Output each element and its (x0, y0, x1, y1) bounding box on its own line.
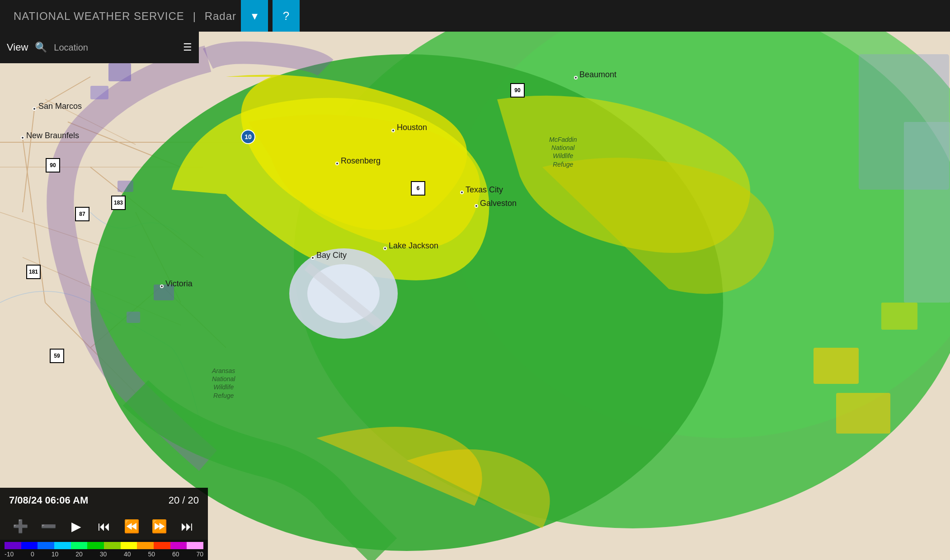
city-label-new-braunfels: New Braunfels (26, 131, 79, 140)
toolbar: View 🔍 Location ☰ (0, 32, 199, 63)
scale-label: 0 (31, 551, 34, 558)
city-dot-rosenberg (335, 162, 339, 165)
city-dot-texas-city (460, 191, 464, 194)
scale-label: 40 (124, 551, 131, 558)
svg-rect-27 (881, 303, 917, 330)
rewind-button[interactable]: ⏪ (120, 515, 143, 537)
svg-rect-22 (118, 181, 133, 192)
header-subtitle: Radar (205, 10, 236, 22)
city-label-victoria: Victoria (165, 279, 193, 289)
time-bar: 7/08/24 06:06 AM 20 / 20 (0, 488, 208, 513)
city-dot-beaumont (574, 76, 578, 79)
reserve-label-mcfaddin: McFaddinNationalWildlifeRefuge (549, 135, 577, 168)
playback-controls: ➕ ➖ ▶ ⏮ ⏪ ⏩ ⏭ (0, 513, 208, 540)
scale-bar (5, 542, 203, 549)
shield-us183: 183 (111, 196, 126, 210)
svg-rect-20 (108, 63, 131, 81)
shield-us181: 181 (26, 265, 41, 279)
shield-us90-left: 90 (46, 158, 60, 173)
city-label-houston: Houston (397, 123, 427, 132)
skip-start-button[interactable]: ⏮ (93, 515, 115, 537)
radar-overlay (0, 32, 950, 560)
city-label-galveston: Galveston (480, 199, 517, 208)
city-dot-lake-jackson (383, 247, 387, 250)
shield-us90-right: 90 (510, 83, 525, 98)
city-label-rosenberg: Rosenberg (341, 156, 381, 166)
view-label: View (7, 42, 28, 53)
svg-rect-29 (904, 122, 950, 303)
skip-end-button[interactable]: ⏭ (176, 515, 198, 537)
shield-us6: 6 (411, 181, 425, 196)
city-dot-new-braunfels (21, 136, 24, 140)
city-label-san-marcos: San Marcos (38, 102, 82, 111)
control-bar: 7/08/24 06:06 AM 20 / 20 ➕ ➖ ▶ ⏮ ⏪ ⏩ ⏭ -… (0, 488, 208, 560)
city-label-beaumont: Beaumont (579, 70, 616, 79)
fast-forward-button[interactable]: ⏩ (148, 515, 171, 537)
zoom-in-button[interactable]: ➕ (9, 515, 32, 537)
frame-counter: 20 / 20 (169, 495, 199, 506)
svg-rect-26 (836, 393, 890, 434)
play-button[interactable]: ▶ (65, 515, 88, 537)
zoom-out-button[interactable]: ➖ (37, 515, 60, 537)
shield-us87: 87 (75, 207, 89, 221)
search-icon[interactable]: 🔍 (35, 42, 47, 53)
shield-i10: 10 (241, 130, 255, 144)
city-dot-bay-city (311, 256, 315, 260)
city-dot-victoria (160, 285, 164, 288)
svg-rect-21 (90, 86, 108, 99)
scale-label: 60 (172, 551, 179, 558)
scale-labels: -10010203040506070 (5, 551, 203, 558)
scale-label: 20 (75, 551, 83, 558)
reserve-label-aransas: AransasNationalWildlifeRefuge (212, 367, 235, 400)
header-sep: | (193, 10, 196, 22)
color-scale: -10010203040506070 (0, 540, 208, 560)
scale-label: 50 (148, 551, 155, 558)
header-nws: NATIONAL WEATHER SERVICE (14, 10, 184, 22)
city-dot-san-marcos (33, 107, 36, 111)
menu-icon[interactable]: ☰ (183, 42, 192, 53)
scale-label: -10 (5, 551, 14, 558)
map-container[interactable]: San Marcos New Braunfels Houston Rosenbe… (0, 32, 950, 560)
svg-rect-24 (127, 312, 140, 323)
shield-us59: 59 (50, 349, 64, 363)
dropdown-button[interactable]: ▾ (241, 0, 268, 32)
city-label-bay-city: Bay City (316, 251, 347, 260)
scale-label: 70 (196, 551, 203, 558)
header-title: NATIONAL WEATHER SERVICE | Radar (0, 9, 236, 23)
city-label-lake-jackson: Lake Jackson (389, 241, 438, 251)
scale-label: 10 (52, 551, 59, 558)
location-label[interactable]: Location (54, 42, 176, 53)
scale-label: 30 (100, 551, 107, 558)
time-display: 7/08/24 06:06 AM (9, 495, 88, 506)
help-button[interactable]: ? (273, 0, 300, 32)
header: NATIONAL WEATHER SERVICE | Radar ▾ ? (0, 0, 950, 32)
city-dot-galveston (475, 204, 478, 208)
city-dot-houston (391, 129, 395, 132)
city-label-texas-city: Texas City (466, 185, 503, 195)
svg-rect-25 (814, 348, 859, 384)
